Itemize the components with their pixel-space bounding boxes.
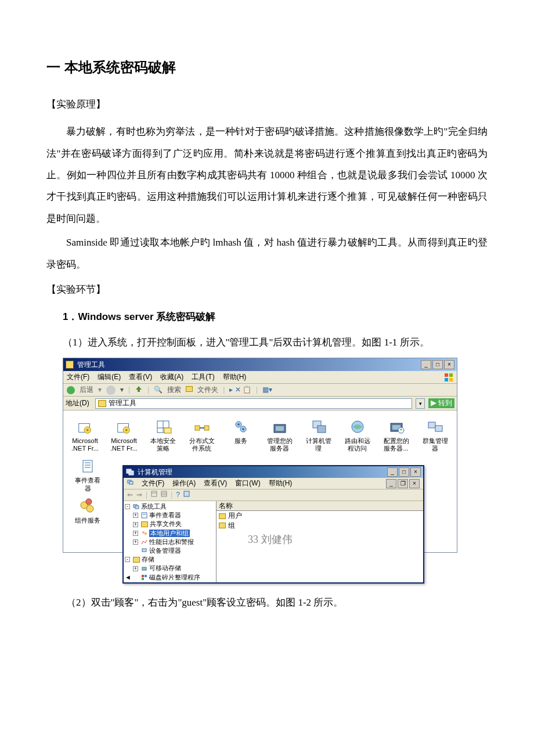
menu-file[interactable]: 文件(F) xyxy=(67,373,89,381)
svg-rect-55 xyxy=(142,575,144,577)
outer-toolbar[interactable]: 后退 ▾ ▾ | | 🔍 搜索 文件夹 | ▸ ✕ 📋 | ▦▾ xyxy=(63,384,457,397)
window-icon xyxy=(66,361,74,369)
svg-rect-29 xyxy=(435,426,442,431)
toolbar-btn[interactable] xyxy=(183,491,190,499)
mdi-restore[interactable]: ❐ xyxy=(398,479,408,488)
watermark-text: 33 刘健伟 xyxy=(248,534,293,546)
menu-view[interactable]: 查看(V) xyxy=(204,479,227,487)
menu-action[interactable]: 操作(A) xyxy=(172,479,196,487)
device-icon xyxy=(141,548,147,554)
outer-titlebar: 管理工具 _ □ × xyxy=(63,358,457,371)
svg-rect-3 xyxy=(449,378,453,381)
svg-point-18 xyxy=(242,428,244,430)
list-item[interactable]: 组件服务 xyxy=(66,495,110,527)
menu-window[interactable]: 窗口(W) xyxy=(235,479,260,487)
svg-rect-0 xyxy=(445,373,448,377)
back-label: 后退 xyxy=(80,386,93,394)
svg-rect-43 xyxy=(161,491,167,496)
list-item[interactable]: 组 xyxy=(217,521,423,530)
folder-icon xyxy=(98,400,106,407)
folders-icon[interactable] xyxy=(186,386,193,394)
menu-help[interactable]: 帮助(H) xyxy=(223,373,247,381)
outer-title: 管理工具 xyxy=(77,361,105,369)
inner-close-button[interactable]: × xyxy=(410,467,421,477)
inner-min-button[interactable]: _ xyxy=(387,467,398,477)
list-item[interactable]: 管理您的服务器 xyxy=(260,415,299,455)
list-item[interactable]: Microsoft.NET Fr... xyxy=(104,415,143,455)
cm-icon xyxy=(126,468,134,476)
back-button[interactable] xyxy=(67,386,75,394)
list-item[interactable]: 事件查看器 xyxy=(66,455,110,494)
folder-icon xyxy=(141,521,148,527)
svg-rect-1 xyxy=(449,373,453,377)
list-item[interactable]: 计算机管理 xyxy=(299,415,338,455)
list-item[interactable]: 分布式文件系统 xyxy=(182,415,221,455)
perf-icon xyxy=(141,539,147,545)
mdi-close[interactable]: × xyxy=(409,479,420,488)
svg-rect-46 xyxy=(184,491,189,496)
list-item[interactable]: 本地安全策略 xyxy=(143,415,182,455)
windows-logo-icon xyxy=(444,373,453,382)
svg-point-17 xyxy=(237,423,240,426)
toolbar-btn[interactable] xyxy=(161,491,167,499)
svg-rect-30 xyxy=(83,460,92,472)
up-button[interactable] xyxy=(135,385,143,395)
inner-max-button[interactable]: □ xyxy=(399,467,409,477)
menu-view[interactable]: 查看(V) xyxy=(129,373,152,381)
window-controls[interactable]: _ □ × xyxy=(420,360,454,369)
removable-icon xyxy=(141,566,147,572)
menu-fav[interactable]: 收藏(A) xyxy=(160,373,183,381)
address-label: 地址(D) xyxy=(66,399,89,407)
address-bar[interactable]: 地址(D) 管理工具 ▾ 转到 xyxy=(63,397,457,411)
folder-icon xyxy=(219,523,226,528)
event-icon xyxy=(141,512,147,519)
outer-menubar[interactable]: 文件(F) 编辑(E) 查看(V) 收藏(A) 工具(T) 帮助(H) xyxy=(63,371,457,384)
svg-point-6 xyxy=(86,429,88,431)
svg-rect-23 xyxy=(317,426,326,433)
go-button[interactable]: 转到 xyxy=(428,398,454,408)
folders-label[interactable]: 文件夹 xyxy=(197,386,218,394)
menu-edit[interactable]: 编辑(E) xyxy=(98,373,121,381)
help-icon[interactable]: ? xyxy=(176,491,180,499)
address-input[interactable]: 管理工具 xyxy=(95,398,412,409)
toolbar-btn[interactable] xyxy=(151,491,157,499)
principle-para-2: Saminside 即通过读取本地帐户旳 lmhash 值，对 hash 值进行… xyxy=(46,232,488,275)
menu-file[interactable]: 文件(F) xyxy=(142,479,164,487)
svg-rect-28 xyxy=(428,422,435,428)
svg-rect-40 xyxy=(129,481,133,484)
defrag-icon xyxy=(141,574,147,581)
list-item[interactable]: 配置您的服务器... xyxy=(377,415,416,455)
content-pane[interactable]: 名称 用户 组 33 刘健伟 xyxy=(217,501,423,582)
computer-management-window[interactable]: 计算机管理 _ □ × 文件(F) 操作(A) 查看(V) 窗口(W) 帮助(H… xyxy=(122,465,424,584)
svg-rect-20 xyxy=(276,426,284,431)
address-dropdown[interactable]: ▾ xyxy=(416,398,425,409)
forward-button[interactable] xyxy=(106,386,116,395)
inner-menubar[interactable]: 文件(F) 操作(A) 查看(V) 窗口(W) 帮助(H) _ ❐ × xyxy=(124,478,423,489)
inner-toolbar[interactable]: ⇐⇒| | ? xyxy=(124,489,423,501)
svg-point-52 xyxy=(145,532,147,535)
principle-header: 【实验原理】 xyxy=(46,93,488,115)
search-icon[interactable]: 🔍 xyxy=(154,386,163,394)
mdi-min[interactable]: _ xyxy=(386,479,396,488)
menu-tool[interactable]: 工具(T) xyxy=(192,373,214,381)
list-item[interactable]: 路由和远程访问 xyxy=(338,415,377,455)
list-item[interactable]: 服务 xyxy=(221,415,260,455)
minimize-button[interactable]: _ xyxy=(421,360,431,369)
list-item[interactable]: 用户 xyxy=(217,511,423,520)
svg-rect-38 xyxy=(129,471,134,475)
svg-rect-54 xyxy=(142,567,146,570)
list-item[interactable]: Microsoft.NET Fr... xyxy=(66,415,104,455)
svg-rect-57 xyxy=(142,578,144,580)
content-header[interactable]: 名称 xyxy=(217,501,423,511)
folder-icon xyxy=(219,513,226,519)
search-label[interactable]: 搜索 xyxy=(167,386,181,394)
svg-rect-49 xyxy=(142,513,147,518)
list-item[interactable]: 群集管理器 xyxy=(416,415,454,455)
subhead-1: 1．Windows server 系统密码破解 xyxy=(63,306,488,327)
maximize-button[interactable]: □ xyxy=(432,360,443,369)
steps-header: 【实验环节】 xyxy=(46,279,488,300)
tree-view[interactable]: - 系统工具 + 事件查看器 + 共享文件夹 + 本地用户和组 + 性能日志和警… xyxy=(124,501,217,582)
svg-point-27 xyxy=(398,427,404,433)
close-button[interactable]: × xyxy=(444,360,454,369)
menu-help[interactable]: 帮助(H) xyxy=(269,479,293,487)
